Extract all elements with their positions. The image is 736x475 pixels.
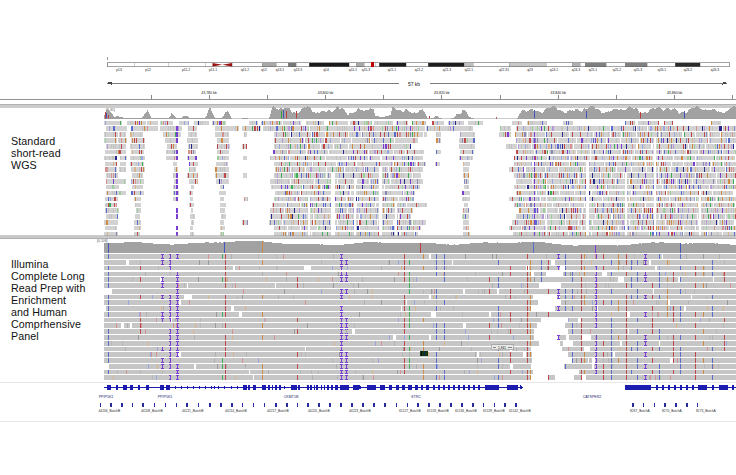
- svg-text:p12: p12: [145, 68, 151, 72]
- svg-text:65133_BatchB: 65133_BatchB: [427, 409, 449, 413]
- svg-text:q13.3: q13.3: [294, 68, 302, 72]
- svg-text:q23: q23: [527, 68, 533, 72]
- svg-text:43,780 kb: 43,780 kb: [201, 91, 216, 95]
- svg-text:65139_BatchB: 65139_BatchB: [483, 409, 505, 413]
- svg-text:q21.1: q21.1: [388, 68, 396, 72]
- svg-text:q24.1: q24.1: [550, 68, 558, 72]
- svg-text:8273_BatchA: 8273_BatchA: [696, 409, 717, 413]
- svg-text:q26.1: q26.1: [658, 68, 666, 72]
- svg-text:q13.1: q13.1: [276, 68, 284, 72]
- svg-text:65136_BatchB: 65136_BatchB: [455, 409, 477, 413]
- svg-text:q25.2: q25.2: [613, 68, 621, 72]
- svg-text:43,820 kb: 43,820 kb: [434, 91, 449, 95]
- svg-text:[0-108]: [0-108]: [97, 239, 108, 243]
- svg-text:q25.3: q25.3: [634, 68, 642, 72]
- svg-text:8267_BatchA: 8267_BatchA: [630, 409, 651, 413]
- svg-text:44206_BatchB: 44206_BatchB: [99, 409, 121, 413]
- svg-text:STRC: STRC: [411, 395, 421, 399]
- svg-text:q11.2: q11.2: [241, 68, 249, 72]
- svg-text:1,841: 1,841: [498, 346, 506, 350]
- svg-text:43,860 kb: 43,860 kb: [667, 91, 682, 95]
- svg-text:PPIP5K1: PPIP5K1: [158, 395, 173, 399]
- svg-text:q24.3: q24.3: [572, 68, 580, 72]
- svg-text:65142_BatchB: 65142_BatchB: [509, 409, 531, 413]
- svg-text:q22.31: q22.31: [499, 68, 509, 72]
- svg-text:p11.2: p11.2: [182, 68, 190, 72]
- svg-text:q25.1: q25.1: [589, 68, 597, 72]
- svg-text:44220_BatchB: 44220_BatchB: [308, 409, 330, 413]
- svg-text:44208_BatchB: 44208_BatchB: [141, 409, 163, 413]
- svg-text:q26.3: q26.3: [711, 68, 719, 72]
- svg-text:q21.3: q21.3: [443, 68, 451, 72]
- svg-text:CKMT1B: CKMT1B: [284, 395, 299, 399]
- svg-text:q21.2: q21.2: [415, 68, 423, 72]
- svg-text:43,840 kb: 43,840 kb: [551, 91, 566, 95]
- svg-text:44214_BatchB: 44214_BatchB: [225, 409, 247, 413]
- svg-text:44223_BatchB: 44223_BatchB: [349, 409, 371, 413]
- svg-text:q22.1: q22.1: [465, 68, 473, 72]
- svg-text:p11.1: p11.1: [209, 68, 217, 72]
- svg-text:57 kb: 57 kb: [408, 81, 420, 87]
- svg-text:44217_BatchB: 44217_BatchB: [267, 409, 289, 413]
- svg-text:43,800 kb: 43,800 kb: [318, 91, 333, 95]
- svg-text:q12: q12: [261, 68, 267, 72]
- svg-text:q14: q14: [323, 68, 329, 72]
- svg-text:p13: p13: [116, 68, 122, 72]
- svg-text:8270_BatchA: 8270_BatchA: [662, 409, 683, 413]
- svg-text:65127_BatchB: 65127_BatchB: [399, 409, 421, 413]
- svg-text:PPIP5K1: PPIP5K1: [99, 395, 114, 399]
- svg-text:q26.2: q26.2: [684, 68, 692, 72]
- svg-text:44211_BatchB: 44211_BatchB: [182, 409, 204, 413]
- svg-text:CATSPER2: CATSPER2: [583, 395, 602, 399]
- svg-text:q15.1: q15.1: [349, 68, 357, 72]
- svg-text:q15.3: q15.3: [362, 68, 370, 72]
